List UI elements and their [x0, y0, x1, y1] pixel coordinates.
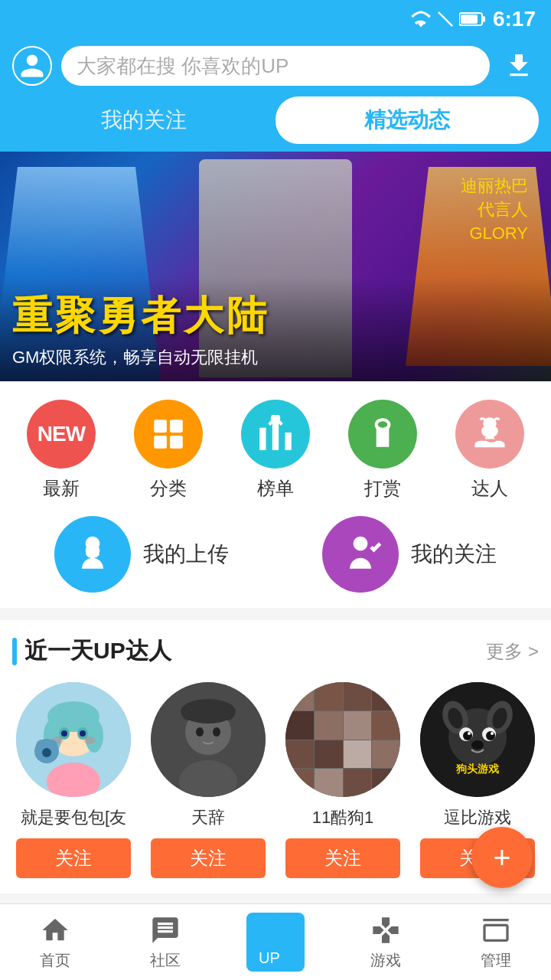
menu-item-reward[interactable]: 打赏 [348, 400, 417, 501]
home-label: 首页 [40, 950, 70, 971]
list-item: 11酷狗1 关注 [282, 682, 404, 878]
community-label: 社区 [150, 950, 181, 971]
svg-point-20 [61, 730, 67, 737]
status-bar: 6:17 [0, 0, 551, 38]
menu-item-my-follow[interactable]: 我的关注 [307, 516, 512, 593]
clock: 6:17 [493, 7, 536, 31]
svg-rect-34 [181, 705, 235, 720]
quick-menu: NEW 最新 分类 榜单 [0, 381, 551, 608]
menu-item-category[interactable]: 分类 [134, 400, 203, 501]
creator-name: 天辞 [147, 806, 269, 829]
header: 大家都在搜 你喜欢的UP [0, 38, 551, 96]
nav-item-home[interactable]: 首页 [0, 907, 110, 977]
tab-my-follow[interactable]: 我的关注 [12, 96, 276, 144]
banner-label-role: 代言人 [461, 198, 528, 222]
creator-avatar [16, 682, 131, 797]
category-icon [134, 400, 203, 469]
svg-point-45 [468, 732, 471, 735]
svg-rect-9 [285, 433, 292, 450]
svg-rect-4 [170, 420, 183, 433]
svg-point-23 [83, 737, 96, 744]
menu-item-talent[interactable]: 达人 [455, 400, 524, 501]
battery-icon [459, 11, 487, 27]
fab-icon: + [493, 841, 510, 875]
newest-label: 最新 [43, 476, 80, 501]
follow-button[interactable]: 关注 [16, 838, 131, 878]
creator-avatar: 狗头游戏 [420, 682, 535, 797]
tab-bar: 我的关注 精选动态 [0, 96, 551, 152]
talent-icon [455, 400, 524, 469]
banner-label-name: 迪丽热巴 [461, 175, 528, 198]
download-icon [504, 51, 534, 81]
games-icon [369, 913, 403, 947]
bottom-nav: 首页 社区 UP 游戏 [0, 903, 551, 980]
my-follow-icon [322, 516, 399, 593]
svg-rect-5 [154, 436, 167, 449]
manage-icon [479, 913, 513, 947]
more-link[interactable]: 更多 > [486, 639, 539, 664]
follow-button[interactable]: 关注 [151, 838, 266, 878]
my-follow-label: 我的关注 [411, 540, 497, 569]
my-upload-icon [54, 516, 131, 593]
quick-menu-row1: NEW 最新 分类 榜单 [8, 400, 543, 501]
nav-item-games[interactable]: 游戏 [331, 907, 441, 977]
svg-rect-8 [272, 421, 279, 450]
follow-button[interactable]: 关注 [285, 838, 400, 878]
section-header: 近一天UP达人 更多 > [12, 635, 539, 667]
nav-item-community[interactable]: 社区 [110, 907, 220, 977]
list-item: 天辞 关注 [147, 682, 269, 878]
menu-item-newest[interactable]: NEW 最新 [27, 400, 96, 501]
list-item: 就是要包包[友 关注 [12, 682, 135, 878]
banner-content: 重聚勇者大陆 GM权限系统，畅享自动无限挂机 [0, 277, 551, 381]
svg-rect-6 [170, 436, 183, 449]
svg-point-27 [42, 748, 51, 757]
reward-label: 打赏 [364, 476, 401, 501]
svg-point-44 [486, 731, 495, 740]
home-icon [38, 913, 72, 947]
creator-avatar [151, 682, 266, 797]
banner-title: 重聚勇者大陆 [12, 289, 539, 343]
up-creator-list: 就是要包包[友 关注 天辞 关注 [12, 682, 539, 878]
section-title-group: 近一天UP达人 [12, 635, 171, 667]
svg-point-21 [80, 730, 86, 737]
creator-name: 逗比游戏 [416, 806, 539, 829]
reward-icon [348, 400, 417, 469]
search-placeholder: 大家都在搜 你喜欢的UP [77, 53, 289, 80]
nav-item-manage[interactable]: 管理 [441, 907, 551, 977]
nav-item-up[interactable]: UP [220, 906, 331, 978]
banner[interactable]: 迪丽热巴 代言人 GLORY 重聚勇者大陆 GM权限系统，畅享自动无限挂机 [0, 152, 551, 381]
section-title: 近一天UP达人 [24, 635, 171, 667]
community-icon [148, 913, 182, 947]
signal-icon [436, 11, 455, 28]
up-icon [259, 916, 292, 949]
newest-icon: NEW [27, 400, 96, 469]
svg-rect-3 [154, 420, 167, 433]
tab-selected[interactable]: 精选动态 [276, 96, 539, 144]
banner-subtitle: GM权限系统，畅享自动无限挂机 [12, 346, 539, 369]
menu-item-my-upload[interactable]: 我的上传 [39, 516, 244, 593]
up-highlight-box: UP [246, 913, 305, 972]
user-avatar-button[interactable] [12, 46, 52, 86]
banner-label-game: GLORY [461, 222, 528, 246]
up-label: UP [259, 949, 280, 966]
up-section: 近一天UP达人 更多 > [0, 620, 551, 893]
svg-point-32 [213, 727, 220, 737]
svg-point-17 [85, 719, 103, 753]
creator-name: 11酷狗1 [282, 806, 404, 829]
menu-item-ranking[interactable]: 榜单 [241, 400, 310, 501]
section-indicator [12, 638, 17, 665]
user-icon [18, 52, 46, 80]
status-icons [410, 11, 487, 28]
ranking-label: 榜单 [257, 476, 294, 501]
svg-rect-2 [461, 15, 478, 24]
svg-point-31 [196, 727, 204, 737]
search-bar[interactable]: 大家都在搜 你喜欢的UP [61, 46, 490, 86]
my-upload-label: 我的上传 [143, 540, 229, 569]
download-button[interactable] [499, 46, 539, 86]
fab-button[interactable]: + [471, 827, 533, 888]
svg-point-46 [491, 732, 494, 735]
svg-point-47 [471, 740, 484, 750]
manage-label: 管理 [481, 950, 511, 971]
games-label: 游戏 [370, 950, 401, 971]
wifi-icon [410, 11, 432, 28]
